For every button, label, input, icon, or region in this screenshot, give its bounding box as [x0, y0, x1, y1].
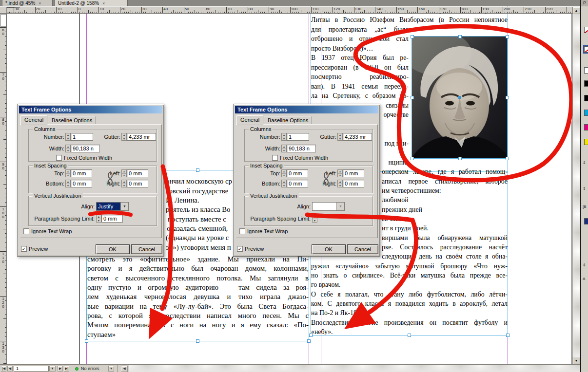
width-field[interactable]: 90,183 n: [287, 145, 316, 152]
dialog-title-bar[interactable]: Text Frame Options: [19, 106, 162, 113]
first-page-button[interactable]: |◀: [1, 366, 6, 372]
number-stepper[interactable]: ▲▼: [281, 133, 287, 141]
close-icon[interactable]: ×: [39, 1, 41, 6]
tab-baseline-options[interactable]: Baseline Options: [48, 116, 96, 125]
paragraph-spacing-limit-field[interactable]: 0 mm: [101, 215, 123, 223]
tab-general[interactable]: General: [20, 115, 47, 125]
swatch-yellow[interactable]: [584, 139, 588, 145]
width-field[interactable]: 90,183 n: [71, 145, 100, 152]
inset-top-field[interactable]: 0 mm: [71, 169, 92, 177]
inset-right-stepper[interactable]: ▲▼: [121, 180, 127, 187]
inset-right-field[interactable]: 0 mm: [127, 180, 148, 187]
panel-header[interactable]: P: [581, 0, 588, 6]
ok-button[interactable]: OK: [312, 244, 346, 254]
selection-handle[interactable]: [85, 339, 88, 343]
inset-left-field[interactable]: 0 mm: [343, 169, 364, 177]
inset-right-field[interactable]: 0 mm: [343, 180, 364, 187]
preview-checkbox[interactable]: [237, 246, 243, 252]
gutter-stepper[interactable]: ▲▼: [121, 133, 127, 141]
panel-control[interactable]: A: [583, 277, 585, 281]
panel-control[interactable]: ⇕: [583, 161, 586, 165]
ruler-corner[interactable]: [0, 7, 7, 14]
tab-document-2[interactable]: Untitled-2 @ 158%×: [55, 0, 128, 6]
selection-handle[interactable]: [309, 334, 313, 337]
inset-bottom-field[interactable]: 0 mm: [287, 180, 308, 187]
ignore-text-wrap-checkbox[interactable]: [23, 228, 29, 234]
inset-top-field[interactable]: 0 mm: [287, 169, 308, 177]
selection-handle[interactable]: [506, 35, 509, 38]
swatch-navy[interactable]: [584, 218, 588, 224]
selection-handle[interactable]: [411, 96, 414, 99]
fixed-column-width-checkbox[interactable]: [56, 155, 62, 161]
swatch-black[interactable]: [584, 80, 588, 87]
selection-handle[interactable]: [196, 168, 199, 172]
previous-page-button[interactable]: ◀: [7, 366, 13, 372]
selection-handle[interactable]: [411, 35, 414, 38]
dialog-title-bar[interactable]: Text Frame Options: [235, 106, 378, 113]
swatch-none[interactable]: [584, 27, 588, 33]
horizontal-scrollbar[interactable]: [129, 365, 580, 372]
tab-baseline-options[interactable]: Baseline Options: [264, 116, 312, 125]
selection-handle[interactable]: [458, 35, 462, 38]
scroll-down-icon[interactable]: ▼: [572, 357, 580, 364]
panel-control[interactable]: ⇕: [583, 263, 586, 267]
selection-handle[interactable]: [506, 157, 509, 160]
inset-top-stepper[interactable]: ▲▼: [281, 169, 287, 177]
ignore-text-wrap-checkbox[interactable]: [239, 228, 245, 234]
swatch-paper[interactable]: [584, 67, 588, 74]
selection-handle[interactable]: [506, 96, 509, 99]
paragraph-spacing-limit-stepper[interactable]: ▲▼: [312, 215, 317, 223]
number-field[interactable]: 1: [71, 133, 93, 141]
selection-handle[interactable]: [506, 334, 510, 337]
selection-handle[interactable]: [307, 339, 311, 343]
selection-handle[interactable]: [411, 157, 414, 160]
scroll-up-icon[interactable]: ▲: [572, 7, 580, 14]
swatch-magenta[interactable]: [584, 124, 588, 130]
align-dropdown[interactable]: Justify ▼: [96, 202, 129, 211]
fixed-column-width-checkbox[interactable]: [272, 155, 278, 161]
scroll-left-icon[interactable]: ◀: [121, 366, 128, 372]
inset-right-stepper[interactable]: ▲▼: [337, 180, 343, 187]
swatch-none-selected[interactable]: [584, 46, 588, 53]
swatch-cyan[interactable]: [584, 110, 588, 116]
inset-left-stepper[interactable]: ▲▼: [337, 169, 343, 177]
chevron-down-icon[interactable]: ▼: [336, 203, 344, 210]
horizontal-ruler[interactable]: 3020100102030405060708090100110120130140…: [7, 7, 580, 14]
inset-bottom-stepper[interactable]: ▲▼: [65, 180, 71, 187]
number-stepper[interactable]: ▲▼: [65, 133, 71, 141]
selection-handle[interactable]: [458, 96, 461, 99]
align-dropdown[interactable]: ▼: [312, 202, 345, 211]
tab-document-1[interactable]: *.indd @ 45%×: [2, 0, 53, 6]
selection-handle[interactable]: [458, 157, 462, 160]
preview-checkbox[interactable]: [21, 246, 27, 252]
width-stepper[interactable]: ▲▼: [281, 145, 287, 152]
gutter-field[interactable]: 4,233 mr: [343, 133, 372, 141]
next-page-button[interactable]: ▶: [58, 366, 63, 372]
last-page-button[interactable]: ▶|: [64, 366, 69, 372]
number-field[interactable]: 1: [287, 133, 309, 141]
link-chain-icon[interactable]: [107, 171, 113, 187]
tab-general[interactable]: General: [236, 115, 263, 125]
close-icon[interactable]: ×: [102, 1, 105, 6]
link-chain-icon[interactable]: [323, 171, 329, 187]
selection-handle[interactable]: [196, 339, 199, 343]
text-frame-options-dialog-2[interactable]: Text Frame Options General Baseline Opti…: [233, 104, 380, 257]
width-stepper[interactable]: ▲▼: [65, 145, 71, 152]
ok-button[interactable]: OK: [96, 244, 130, 254]
page-number-field[interactable]: 1: [14, 366, 49, 372]
preflight-menu-icon[interactable]: ▾: [108, 366, 114, 372]
text-frame-options-dialog-1[interactable]: Text Frame Options General Baseline Opti…: [17, 104, 164, 257]
cancel-button[interactable]: Cancel: [347, 244, 378, 254]
page-dropdown-icon[interactable]: ▼: [49, 366, 56, 372]
vertical-ruler[interactable]: 6 07 08 09 01 0 01 1 01 2 01 3 0: [0, 14, 7, 364]
inset-left-field[interactable]: 0 mm: [127, 169, 148, 177]
preflight-status-text[interactable]: No errors: [81, 366, 99, 372]
selection-handle[interactable]: [408, 334, 411, 337]
inset-left-stepper[interactable]: ▲▼: [121, 169, 127, 177]
cancel-button[interactable]: Cancel: [131, 244, 162, 254]
gutter-stepper[interactable]: ▲▼: [337, 133, 343, 141]
paragraph-spacing-limit-stepper[interactable]: ▲▼: [96, 215, 101, 223]
inset-bottom-stepper[interactable]: ▲▼: [281, 180, 287, 187]
inset-bottom-field[interactable]: 0 mm: [71, 180, 92, 187]
vertical-scrollbar[interactable]: ▲ ▼: [572, 7, 580, 364]
